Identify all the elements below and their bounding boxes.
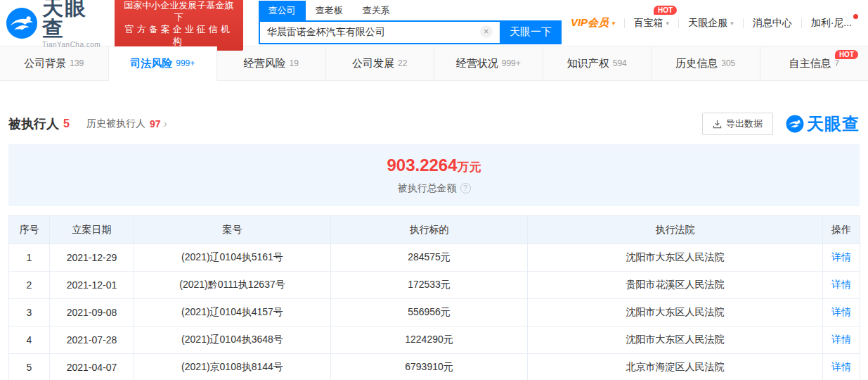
notification-dot-icon bbox=[853, 14, 858, 19]
tab-operation-status[interactable]: 经营状况999+ bbox=[434, 46, 543, 80]
cell-execution-target: 1224290元 bbox=[331, 327, 528, 354]
detail-link[interactable]: 详情 bbox=[831, 306, 851, 317]
col-header-filing-date: 立案日期 bbox=[50, 216, 134, 244]
tab-company-development[interactable]: 公司发展22 bbox=[326, 46, 435, 80]
chevron-down-icon: ▾ bbox=[666, 20, 670, 27]
history-executed-count: 97 bbox=[150, 118, 161, 129]
detail-link[interactable]: 详情 bbox=[831, 361, 851, 372]
vip-member-menu[interactable]: VIP会员 ▾ bbox=[562, 16, 624, 30]
detail-link[interactable]: 详情 bbox=[831, 334, 851, 345]
chevron-down-icon: ▾ bbox=[611, 20, 615, 27]
table-row: 2 2021-12-01 (2021)黔0111执12637号 172533元 … bbox=[9, 272, 860, 299]
search-button[interactable]: 天眼一下 bbox=[500, 20, 562, 44]
company-nav-tabs: 公司背景139 司法风险999+ 经营风险19 公司发展22 经营状况999+ … bbox=[0, 46, 868, 81]
table-row: 3 2021-09-08 (2021)辽0104执4157号 556956元 沈… bbox=[9, 299, 860, 327]
brand-name: 天眼查 bbox=[42, 0, 108, 39]
tianyancha-logo-icon bbox=[6, 7, 38, 39]
tab-self-info[interactable]: HOT 自主信息7 bbox=[760, 46, 868, 80]
total-amount-label: 被执行总金额 bbox=[398, 182, 457, 195]
message-center-link[interactable]: 消息中心 bbox=[744, 17, 801, 30]
help-question-icon[interactable]: ? bbox=[460, 183, 471, 194]
tianyancha-logo[interactable]: 天眼查 TianYanCha.com bbox=[6, 0, 108, 49]
detail-link[interactable]: 详情 bbox=[831, 279, 851, 290]
search-input[interactable] bbox=[259, 20, 500, 44]
search-tabs: 查公司 查老板 查关系 bbox=[259, 2, 562, 20]
tab-intellectual-property[interactable]: 知识产权594 bbox=[543, 46, 652, 80]
search-tab-company[interactable]: 查公司 bbox=[259, 1, 306, 20]
hot-badge: HOT bbox=[654, 6, 677, 15]
table-row: 4 2021-07-28 (2021)辽0104执3648号 1224290元 … bbox=[9, 327, 860, 354]
tab-operation-risk[interactable]: 经营风险19 bbox=[217, 46, 326, 80]
chevron-right-icon: › bbox=[163, 119, 167, 129]
top-nav: VIP会员 ▾ HOT 百宝箱 ▾ 天眼企服 ▾ 消息中心 加利·尼... bbox=[562, 16, 861, 30]
cell-index: 5 bbox=[9, 354, 50, 380]
execution-summary-card: 903.2264万元 被执行总金额 ? bbox=[8, 144, 860, 206]
chevron-down-icon: ▾ bbox=[730, 20, 734, 27]
cell-execution-court: 沈阳市大东区人民法院 bbox=[528, 299, 823, 327]
cell-execution-target: 6793910元 bbox=[331, 354, 528, 380]
table-row: 1 2021-12-29 (2021)辽0104执5161号 284575元 沈… bbox=[9, 244, 860, 272]
export-data-button[interactable]: 导出数据 bbox=[702, 113, 773, 135]
cell-filing-date: 2021-12-29 bbox=[50, 244, 134, 272]
tab-company-background[interactable]: 公司背景139 bbox=[0, 46, 109, 80]
toolbox-menu[interactable]: HOT 百宝箱 ▾ bbox=[625, 17, 679, 30]
cell-filing-date: 2021-07-28 bbox=[50, 327, 134, 354]
detail-link[interactable]: 详情 bbox=[831, 251, 851, 262]
cell-index: 4 bbox=[9, 327, 50, 354]
executed-persons-table: 序号 立案日期 案号 执行标的 执行法院 操作 1 2021-12-29 (20… bbox=[8, 215, 860, 380]
tab-history-info[interactable]: 历史信息305 bbox=[652, 46, 760, 80]
tianyancha-watermark: 天眼查 bbox=[786, 113, 860, 135]
cell-execution-court: 北京市海淀区人民法院 bbox=[528, 354, 823, 380]
section-header: 被执行人 5 历史被执行人 97 › 导出数据 bbox=[8, 113, 860, 135]
col-header-case-number: 案号 bbox=[134, 216, 331, 244]
cell-case-number: (2021)京0108执8144号 bbox=[134, 354, 331, 380]
cell-index: 1 bbox=[9, 244, 50, 272]
col-header-index: 序号 bbox=[9, 216, 50, 244]
table-header-row: 序号 立案日期 案号 执行标的 执行法院 操作 bbox=[9, 216, 860, 244]
cell-case-number: (2021)辽0104执3648号 bbox=[134, 327, 331, 354]
cell-execution-court: 沈阳市大东区人民法院 bbox=[528, 244, 823, 272]
cell-index: 2 bbox=[9, 272, 50, 299]
tab-judicial-risk[interactable]: 司法风险999+ bbox=[109, 46, 218, 81]
cell-index: 3 bbox=[9, 299, 50, 327]
gov-certification-badge: 国家中小企业发展子基金旗下 官方备案企业征信机构 bbox=[115, 0, 243, 51]
cell-execution-court: 沈阳市大东区人民法院 bbox=[528, 327, 823, 354]
col-header-execution-court: 执行法院 bbox=[528, 216, 823, 244]
search-tab-relation[interactable]: 查关系 bbox=[353, 1, 400, 20]
cell-case-number: (2021)辽0104执4157号 bbox=[134, 299, 331, 327]
cell-execution-court: 贵阳市花溪区人民法院 bbox=[528, 272, 823, 299]
cell-case-number: (2021)辽0104执5161号 bbox=[134, 244, 331, 272]
col-header-action: 操作 bbox=[823, 216, 860, 244]
cell-execution-target: 284575元 bbox=[331, 244, 528, 272]
cell-filing-date: 2021-09-08 bbox=[50, 299, 134, 327]
col-header-execution-target: 执行标的 bbox=[331, 216, 528, 244]
hot-badge: HOT bbox=[835, 50, 858, 59]
tianyancha-logo-icon bbox=[786, 115, 804, 133]
executed-person-count: 5 bbox=[63, 118, 70, 130]
search-area: 查公司 查老板 查关系 × 天眼一下 bbox=[259, 2, 562, 44]
enterprise-service-menu[interactable]: 天眼企服 ▾ bbox=[679, 17, 743, 30]
cell-case-number: (2021)黔0111执12637号 bbox=[134, 272, 331, 299]
section-title: 被执行人 bbox=[8, 115, 59, 132]
search-tab-boss[interactable]: 查老板 bbox=[306, 1, 353, 20]
user-account-menu[interactable]: 加利·尼... bbox=[802, 17, 861, 30]
cell-execution-target: 172533元 bbox=[331, 272, 528, 299]
cell-filing-date: 2021-12-01 bbox=[50, 272, 134, 299]
top-header: 天眼查 TianYanCha.com 国家中小企业发展子基金旗下 官方备案企业征… bbox=[0, 0, 868, 46]
total-executed-amount: 903.2264万元 bbox=[387, 156, 481, 177]
table-row: 5 2021-04-07 (2021)京0108执8144号 6793910元 … bbox=[9, 354, 860, 380]
cell-filing-date: 2021-04-07 bbox=[50, 354, 134, 380]
clear-search-icon[interactable]: × bbox=[480, 25, 493, 38]
cell-execution-target: 556956元 bbox=[331, 299, 528, 327]
main-content: 被执行人 5 历史被执行人 97 › 导出数据 bbox=[0, 113, 868, 380]
download-icon bbox=[713, 120, 722, 129]
history-executed-link[interactable]: 历史被执行人 97 › bbox=[86, 118, 167, 130]
